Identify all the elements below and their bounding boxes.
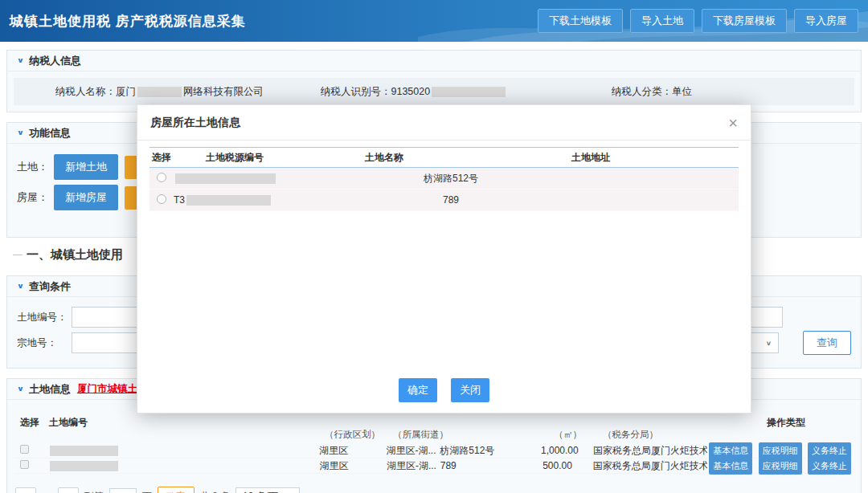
dialog-table-row: T3 789 — [149, 189, 739, 211]
section-title: 功能信息 — [29, 126, 71, 141]
dialog-table: 选择 土地税源编号 土地名称 土地地址 枋湖路512号 T3 789 — [149, 147, 739, 211]
area-cell: 1,000.00 — [541, 445, 585, 456]
page: 城镇土地使用税 房产税税源信息采集 下载土地模板 导入土地 下载房屋模板 导入房… — [0, 0, 868, 493]
row-checkbox[interactable] — [20, 445, 29, 454]
add-land-button[interactable]: 新增土地 — [54, 154, 118, 180]
redacted-text — [50, 461, 118, 471]
import-land-button[interactable]: 导入土地 — [630, 9, 694, 33]
close-icon[interactable]: × — [728, 115, 738, 131]
select-cell — [149, 194, 174, 206]
taxable-detail-button[interactable]: 应税明细 — [759, 442, 802, 459]
prev-page-button[interactable]: < — [15, 487, 36, 493]
dialog-footer: 确定 关闭 — [137, 378, 751, 402]
address-cell: 枋湖路512号 — [440, 444, 541, 458]
redacted-text — [50, 446, 118, 456]
part-one-title: 一、城镇土地使用 — [27, 247, 123, 263]
basic-info-button[interactable]: 基本信息 — [709, 458, 752, 475]
taxpayer-id-field: 纳税人识别号： 9135020 — [321, 85, 612, 99]
row-radio[interactable] — [157, 173, 166, 182]
collapse-icon: ∨ — [17, 282, 24, 290]
col-header-name: 土地名称 — [350, 151, 551, 165]
search-button[interactable]: 查询 — [803, 331, 851, 355]
table-subheader-row: （行政区划） （所属街道） （㎡） （税务分局） — [15, 429, 853, 440]
district-cell: 湖里区 — [319, 444, 386, 458]
page-unit-label: 页 — [142, 490, 152, 493]
header-actions: 下载土地模板 导入土地 下载房屋模板 导入房屋 — [538, 9, 858, 33]
goto-page-input[interactable] — [109, 488, 137, 493]
goto-confirm-button[interactable]: 确定 — [158, 487, 194, 493]
taxpayer-info-section: ∨ 纳税人信息 纳税人名称： 厦门 网络科技有限公司 纳税人识别号： 91350… — [6, 50, 862, 112]
taxpayer-type-field: 纳税人分类： 单位 — [612, 85, 854, 99]
field-label: 土地编号： — [17, 311, 72, 324]
redacted-text — [432, 87, 506, 97]
land-code-cell — [48, 445, 165, 456]
next-page-button[interactable]: > — [58, 487, 79, 493]
authority-cell: 国家税务总局厦门火炬技术... — [585, 459, 707, 473]
col-header-select: 选择 — [149, 151, 174, 165]
district-cell: 湖里区 — [319, 459, 387, 473]
value-prefix: 9135020 — [391, 86, 431, 97]
col-header-action: 操作类型 — [719, 416, 853, 430]
field-label: 纳税人名称： — [55, 85, 116, 99]
goto-label: 到第 — [84, 490, 104, 493]
collapse-icon: ∨ — [17, 56, 24, 64]
dialog-table-row: 枋湖路512号 — [149, 168, 739, 189]
code-prefix: T3 — [174, 194, 185, 206]
actions-cell: 基本信息 应税明细 义务终止 — [707, 458, 853, 475]
collapse-icon: ∨ — [17, 385, 24, 393]
taxpayer-section-header[interactable]: ∨ 纳税人信息 — [7, 51, 861, 71]
import-house-button[interactable]: 导入房屋 — [794, 9, 858, 33]
download-land-template-button[interactable]: 下载土地模板 — [538, 9, 623, 33]
table-header-row: 选择 土地编号 操作类型 — [15, 416, 853, 429]
value-suffix: 网络科技有限公司 — [183, 85, 264, 99]
value-prefix: 厦门 — [116, 85, 136, 99]
address-cell: 789 — [440, 460, 542, 471]
authority-cell: 国家税务总局厦门火炬技术... — [585, 444, 707, 458]
land-code-cell — [48, 460, 165, 471]
land-tax-link[interactable]: 厦门市城镇土 — [77, 382, 137, 396]
page-size-select[interactable]: 10 条/页 ▼ — [235, 487, 300, 493]
field-label: 纳税人识别号： — [321, 85, 391, 99]
street-cell: 湖里区-湖... — [387, 444, 440, 458]
subheader-bureau: （税务分局） — [595, 429, 719, 441]
col-header-land-code: 土地编号 — [49, 416, 168, 430]
table-row: 湖里区 湖里区-湖... 789 500.00 国家税务总局厦门火炬技术... … — [15, 458, 853, 474]
close-button[interactable]: 关闭 — [451, 378, 489, 402]
add-house-button[interactable]: 新增房屋 — [54, 185, 118, 210]
taxable-detail-button[interactable]: 应税明细 — [759, 458, 802, 475]
name-cell: 789 — [350, 194, 551, 206]
actions-cell: 基本信息 应税明细 义务终止 — [707, 442, 853, 459]
confirm-button[interactable]: 确定 — [399, 378, 437, 402]
redacted-text — [137, 87, 182, 97]
subheader-street: （所属街道） — [393, 429, 448, 441]
dialog-header: 房屋所在土地信息 × — [137, 105, 751, 141]
street-cell: 湖里区-湖... — [387, 459, 440, 473]
land-select-dialog: 房屋所在土地信息 × 选择 土地税源编号 土地名称 土地地址 枋湖路512号 T… — [137, 104, 751, 414]
name-cell: 枋湖路512号 — [350, 172, 551, 185]
row-radio[interactable] — [157, 194, 166, 204]
section-title: 查询条件 — [29, 279, 71, 294]
taxpayer-name-field: 纳税人名称： 厦门 网络科技有限公司 — [14, 85, 321, 99]
field-value: 单位 — [672, 85, 692, 99]
download-house-template-button[interactable]: 下载房屋模板 — [702, 9, 787, 33]
field-label: 宗地号： — [17, 336, 72, 350]
heading-line — [13, 255, 23, 255]
pagination: < 1 > 到第 页 确定 共 2 条 10 条/页 ▼ — [7, 487, 861, 493]
taxpayer-info-row: 纳税人名称： 厦门 网络科技有限公司 纳税人识别号： 9135020 纳税人分类… — [14, 78, 854, 105]
subheader-district: （行政区划） — [325, 429, 393, 441]
app-header: 城镇土地使用税 房产税税源信息采集 下载土地模板 导入土地 下载房屋模板 导入房… — [0, 0, 868, 42]
row-label: 土地： — [17, 160, 54, 174]
row-label: 房屋： — [17, 190, 54, 205]
dialog-table-header: 选择 土地税源编号 土地名称 土地地址 — [149, 147, 739, 168]
col-header-select: 选择 — [15, 416, 49, 430]
basic-info-button[interactable]: 基本信息 — [709, 442, 752, 459]
row-checkbox[interactable] — [20, 460, 29, 469]
redacted-text — [186, 195, 271, 206]
area-cell: 500.00 — [542, 460, 585, 471]
obligation-end-button[interactable]: 义务终止 — [808, 458, 851, 475]
obligation-end-button[interactable]: 义务终止 — [808, 442, 851, 459]
col-header-address: 土地地址 — [551, 151, 739, 165]
page-size-value: 10 条/页 — [243, 490, 278, 493]
dialog-title: 房屋所在土地信息 — [150, 116, 240, 130]
select-caret-icon: ∨ — [766, 340, 772, 347]
